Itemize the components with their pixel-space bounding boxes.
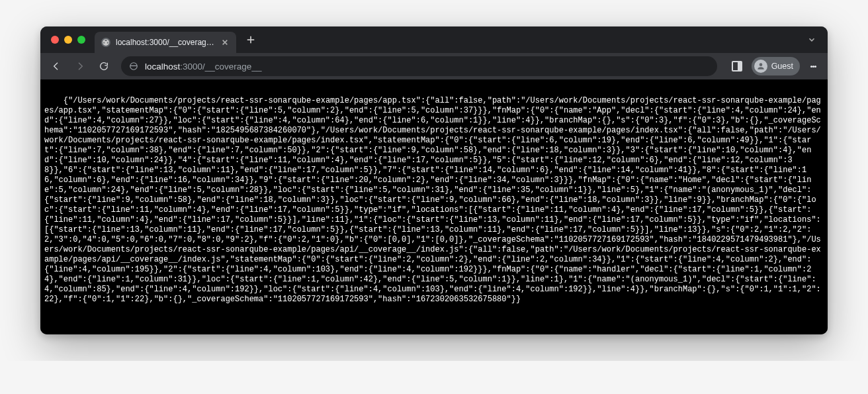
minimize-window-button[interactable]	[64, 36, 72, 44]
new-tab-button[interactable]	[241, 30, 260, 49]
side-panel-button[interactable]	[726, 56, 748, 77]
coverage-json-text: {"/Users/work/Documents/projects/react-s…	[44, 96, 821, 304]
page-content[interactable]: {"/Users/work/Documents/projects/react-s…	[40, 79, 828, 334]
avatar-icon	[754, 60, 767, 73]
back-button[interactable]	[46, 56, 67, 77]
close-tab-button[interactable]	[220, 38, 230, 47]
globe-icon	[101, 38, 110, 47]
browser-tab[interactable]: localhost:3000/__coverage__	[95, 32, 236, 53]
tablist-dropdown-button[interactable]	[803, 30, 821, 49]
site-info-icon	[129, 62, 138, 71]
url-path: :3000/__coverage__	[180, 62, 261, 72]
browser-window: localhost:3000/__coverage__ localhost:30…	[40, 26, 828, 334]
close-window-button[interactable]	[51, 36, 59, 44]
chrome-menu-button[interactable]	[804, 57, 822, 75]
tab-strip: localhost:3000/__coverage__	[40, 26, 828, 53]
url-host: localhost	[145, 62, 180, 72]
profile-button[interactable]: Guest	[752, 57, 800, 75]
forward-button[interactable]	[69, 56, 91, 77]
toolbar-right: Guest	[726, 56, 822, 77]
profile-label: Guest	[771, 62, 793, 71]
toolbar: localhost:3000/__coverage__ Guest	[40, 53, 828, 79]
address-bar[interactable]: localhost:3000/__coverage__	[121, 56, 717, 76]
tab-title: localhost:3000/__coverage__	[116, 38, 215, 47]
reload-button[interactable]	[93, 56, 114, 77]
side-panel-icon	[732, 61, 742, 72]
maximize-window-button[interactable]	[77, 36, 85, 44]
url-text: localhost:3000/__coverage__	[145, 62, 261, 72]
window-controls	[51, 36, 85, 44]
